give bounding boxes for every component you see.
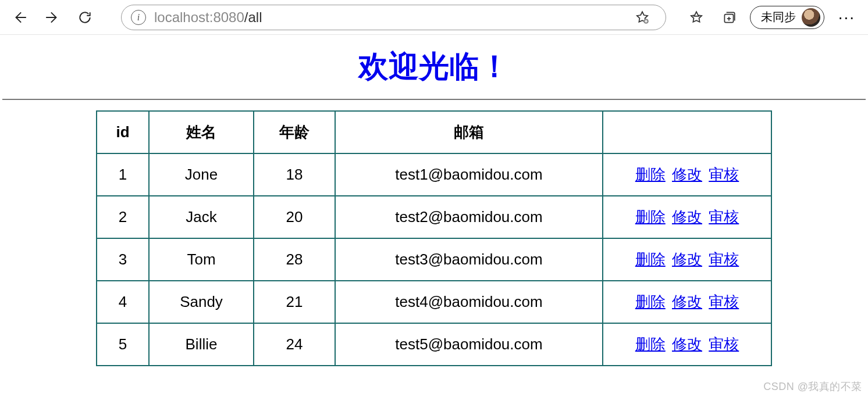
cell-id: 4 — [97, 281, 149, 323]
refresh-icon — [77, 10, 93, 25]
cell-email: test1@baomidou.com — [335, 153, 603, 196]
page-content: 欢迎光临！ id 姓名 年龄 邮箱 1Jone18test1@baomidou.… — [0, 35, 868, 366]
favorites-button[interactable] — [682, 3, 710, 31]
collections-button[interactable] — [715, 3, 743, 31]
edit-link[interactable]: 修改 — [672, 251, 702, 268]
more-menu-button[interactable]: ··· — [831, 8, 862, 27]
cell-name: Jack — [149, 196, 254, 238]
cell-email: test4@baomidou.com — [335, 281, 603, 323]
edit-link[interactable]: 修改 — [672, 166, 702, 183]
edit-link[interactable]: 修改 — [672, 208, 702, 226]
delete-link[interactable]: 删除 — [635, 293, 666, 310]
browser-toolbar: i localhost:8080/all 未同步 ··· — [0, 0, 868, 35]
cell-age: 24 — [254, 323, 335, 366]
cell-email: test5@baomidou.com — [335, 323, 603, 366]
cell-name: Billie — [149, 323, 254, 366]
review-link[interactable]: 审核 — [709, 166, 739, 183]
profile-sync-button[interactable]: 未同步 — [750, 6, 824, 29]
arrow-left-icon — [12, 10, 27, 25]
edit-link[interactable]: 修改 — [672, 293, 702, 310]
cell-id: 2 — [97, 196, 149, 238]
review-link[interactable]: 审核 — [709, 335, 739, 353]
cell-name: Tom — [149, 238, 254, 281]
cell-actions: 删除 修改 审核 — [603, 196, 771, 238]
cell-actions: 删除 修改 审核 — [603, 238, 771, 281]
users-table: id 姓名 年龄 邮箱 1Jone18test1@baomidou.com删除 … — [96, 110, 772, 366]
cell-age: 28 — [254, 238, 335, 281]
cell-id: 3 — [97, 238, 149, 281]
cell-age: 21 — [254, 281, 335, 323]
cell-actions: 删除 修改 审核 — [603, 153, 771, 196]
delete-link[interactable]: 删除 — [635, 208, 666, 226]
watermark: CSDN @我真的不菜 — [763, 380, 862, 394]
divider — [2, 99, 866, 100]
table-row: 5Billie24test5@baomidou.com删除 修改 审核 — [97, 323, 771, 366]
site-info-icon[interactable]: i — [131, 10, 146, 25]
url-port: :8080 — [209, 9, 244, 25]
address-bar[interactable]: i localhost:8080/all — [121, 5, 666, 30]
col-header-email: 邮箱 — [335, 111, 603, 153]
cell-actions: 删除 修改 审核 — [603, 323, 771, 366]
review-link[interactable]: 审核 — [709, 251, 739, 268]
delete-link[interactable]: 删除 — [635, 166, 666, 183]
review-link[interactable]: 审核 — [709, 208, 739, 226]
table-header-row: id 姓名 年龄 邮箱 — [97, 111, 771, 153]
col-header-id: id — [97, 111, 149, 153]
cell-actions: 删除 修改 审核 — [603, 281, 771, 323]
cell-age: 20 — [254, 196, 335, 238]
cell-email: test3@baomidou.com — [335, 238, 603, 281]
table-row: 4Sandy21test4@baomidou.com删除 修改 审核 — [97, 281, 771, 323]
review-link[interactable]: 审核 — [709, 293, 739, 310]
url-host: localhost — [154, 9, 209, 25]
sync-label: 未同步 — [761, 9, 796, 25]
cell-email: test2@baomidou.com — [335, 196, 603, 238]
ellipsis-icon: ··· — [838, 8, 855, 26]
col-header-actions — [603, 111, 771, 153]
table-row: 1Jone18test1@baomidou.com删除 修改 审核 — [97, 153, 771, 196]
col-header-name: 姓名 — [149, 111, 254, 153]
delete-link[interactable]: 删除 — [635, 335, 666, 353]
cell-name: Sandy — [149, 281, 254, 323]
refresh-button[interactable] — [71, 3, 99, 31]
col-header-age: 年龄 — [254, 111, 335, 153]
avatar — [802, 8, 820, 27]
star-plus-icon — [635, 10, 650, 25]
arrow-right-icon — [45, 10, 60, 25]
back-button[interactable] — [6, 3, 34, 31]
forward-button[interactable] — [38, 3, 66, 31]
edit-link[interactable]: 修改 — [672, 335, 702, 353]
star-icon — [689, 10, 704, 25]
table-row: 3Tom28test3@baomidou.com删除 修改 审核 — [97, 238, 771, 281]
cell-age: 18 — [254, 153, 335, 196]
page-title: 欢迎光临！ — [0, 47, 868, 87]
url-path: /all — [244, 9, 262, 25]
collections-icon — [721, 10, 737, 25]
add-favorite-button[interactable] — [628, 3, 656, 31]
cell-name: Jone — [149, 153, 254, 196]
cell-id: 5 — [97, 323, 149, 366]
table-row: 2Jack20test2@baomidou.com删除 修改 审核 — [97, 196, 771, 238]
url-text: localhost:8080/all — [154, 9, 262, 26]
cell-id: 1 — [97, 153, 149, 196]
delete-link[interactable]: 删除 — [635, 251, 666, 268]
